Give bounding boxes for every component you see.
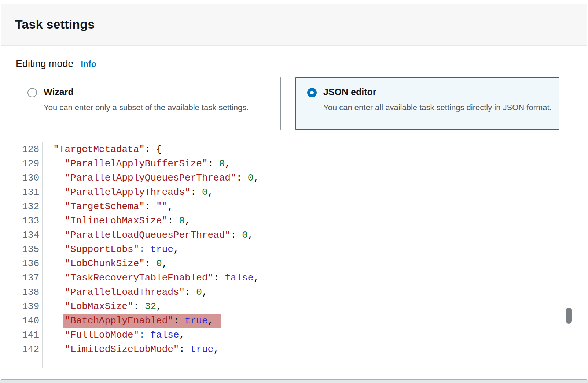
json-editor-option-title: JSON editor: [323, 87, 552, 97]
panel-header: Task settings: [1, 4, 587, 46]
code-text: "TargetMetadata": {: [39, 142, 162, 157]
wizard-option-text: Wizard You can enter only a subset of th…: [44, 87, 249, 130]
page: Task settings Editing mode Info Wizard Y…: [0, 0, 588, 383]
line-number: 141: [1, 328, 39, 342]
code-line[interactable]: 131 "ParallelApplyThreads": 0,: [1, 185, 587, 200]
json-editor-option-description: You can enter all available task setting…: [323, 101, 552, 114]
line-number: 140: [1, 314, 39, 328]
code-line[interactable]: 139 "LobMaxSize": 32,: [1, 300, 587, 314]
line-number: 142: [1, 342, 39, 357]
code-line[interactable]: 133 "InlineLobMaxSize": 0,: [1, 214, 587, 228]
code-line[interactable]: 142 "LimitedSizeLobMode": true,: [1, 342, 587, 357]
code-line[interactable]: 140 "BatchApplyEnabled": true,: [1, 314, 587, 328]
code-text: "LimitedSizeLobMode": true,: [39, 342, 219, 357]
line-number: 138: [1, 285, 39, 300]
json-editor-radio-icon[interactable]: [307, 88, 317, 97]
code-line[interactable]: 130 "ParallelApplyQueuesPerThread": 0,: [1, 171, 587, 185]
editing-mode-options: Wizard You can enter only a subset of th…: [16, 77, 572, 130]
code-text: "LobChunkSize": 0,: [39, 257, 168, 271]
code-text: "ParallelLoadThreads": 0,: [39, 285, 208, 300]
line-number: 134: [1, 228, 39, 242]
code-text: "ParallelApplyQueuesPerThread": 0,: [39, 171, 259, 185]
wizard-option-description: You can enter only a subset of the avail…: [44, 101, 249, 114]
line-number: 129: [1, 157, 39, 171]
code-text: "InlineLobMaxSize": 0,: [39, 214, 191, 228]
code-text: "ParallelApplyThreads": 0,: [39, 185, 213, 200]
line-number: 132: [1, 200, 39, 214]
panel-body: Editing mode Info Wizard You can enter o…: [1, 58, 587, 368]
json-code-editor[interactable]: 128 "TargetMetadata": {129 "ParallelAppl…: [1, 142, 587, 368]
line-number: 131: [1, 185, 39, 200]
json-editor-option-tile[interactable]: JSON editor You can enter all available …: [295, 77, 559, 130]
search-highlight: "BatchApplyEnabled": true,: [63, 314, 221, 328]
code-text: "LobMaxSize": 32,: [39, 300, 162, 314]
gutter-divider: [42, 142, 43, 368]
code-text: "BatchApplyEnabled": true,: [39, 314, 221, 328]
code-line[interactable]: 128 "TargetMetadata": {: [1, 142, 587, 157]
code-line[interactable]: 129 "ParallelApplyBufferSize": 0,: [1, 157, 587, 171]
line-number: 130: [1, 171, 39, 185]
panel-title: Task settings: [15, 17, 573, 31]
editing-mode-label: Editing mode: [16, 58, 74, 70]
editing-mode-row: Editing mode Info: [16, 58, 587, 70]
info-link[interactable]: Info: [81, 59, 96, 69]
line-number: 137: [1, 271, 39, 285]
code-line[interactable]: 137 "TaskRecoveryTableEnabled": false,: [1, 271, 587, 285]
task-settings-panel: Task settings Editing mode Info Wizard Y…: [1, 4, 587, 380]
code-text: "TargetSchema": "",: [39, 200, 173, 214]
code-line[interactable]: 135 "SupportLobs": true,: [1, 242, 587, 257]
code-line[interactable]: 136 "LobChunkSize": 0,: [1, 257, 587, 271]
code-lines: 128 "TargetMetadata": {129 "ParallelAppl…: [1, 142, 587, 357]
code-text: "FullLobMode": false,: [39, 328, 185, 342]
line-number: 133: [1, 214, 39, 228]
page-background-strip: [0, 380, 588, 383]
code-line[interactable]: 132 "TargetSchema": "",: [1, 200, 587, 214]
line-number: 128: [1, 142, 39, 157]
code-line[interactable]: 134 "ParallelLoadQueuesPerThread": 0,: [1, 228, 587, 242]
line-number: 135: [1, 242, 39, 257]
code-line[interactable]: 138 "ParallelLoadThreads": 0,: [1, 285, 587, 300]
vertical-scrollbar-thumb[interactable]: [566, 308, 572, 324]
wizard-radio-icon[interactable]: [27, 88, 37, 97]
line-number: 139: [1, 300, 39, 314]
code-text: "ParallelApplyBufferSize": 0,: [39, 157, 231, 171]
wizard-option-tile[interactable]: Wizard You can enter only a subset of th…: [16, 77, 281, 130]
code-text: "SupportLobs": true,: [39, 242, 179, 257]
wizard-option-title: Wizard: [44, 87, 249, 97]
json-editor-option-text: JSON editor You can enter all available …: [323, 87, 552, 129]
code-text: "ParallelLoadQueuesPerThread": 0,: [39, 228, 253, 242]
code-text: "TaskRecoveryTableEnabled": false,: [39, 271, 259, 285]
line-number: 136: [1, 257, 39, 271]
code-line[interactable]: 141 "FullLobMode": false,: [1, 328, 587, 342]
